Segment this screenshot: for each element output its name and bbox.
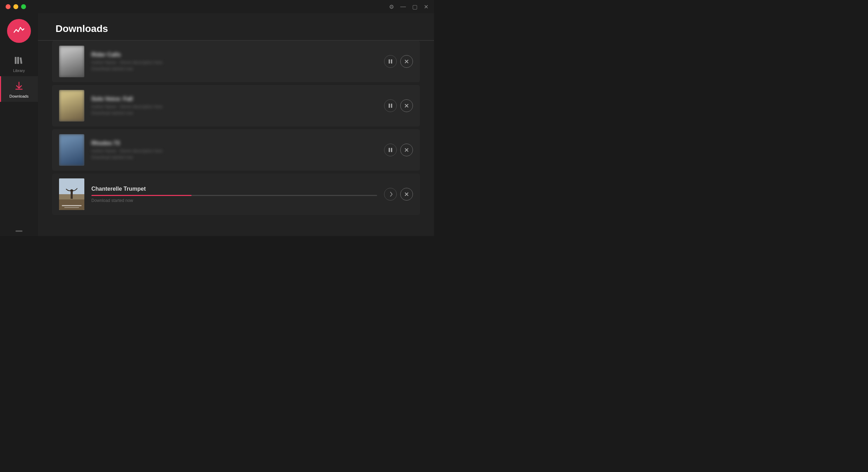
download-progress-bar [91,195,377,196]
window-controls: ⚙ — ▢ ✕ [389,4,428,10]
download-item-active: Chanterelle Trumpet Download started now [52,173,420,215]
cancel-button[interactable] [400,144,413,156]
sidebar-item-downloads-label: Downloads [9,94,28,98]
download-status: Download started now [91,155,377,160]
sidebar-nav: Library Downloads [0,51,38,102]
close-button[interactable] [6,4,11,9]
minimize-icon[interactable]: — [400,4,406,10]
svg-rect-11 [59,198,84,210]
download-meta: Author Name · Genre description here [91,60,377,65]
svg-rect-6 [391,104,393,108]
svg-rect-14 [71,192,73,199]
download-title: Solo Voice: Fall [91,96,377,102]
svg-rect-0 [15,57,17,64]
book-cover-image [59,90,84,122]
close-icon[interactable]: ✕ [424,4,428,10]
book-cover-image [59,178,84,210]
svg-rect-8 [391,148,393,152]
download-progress-fill [91,195,192,196]
book-cover-image [59,46,84,77]
sidebar-item-library[interactable]: Library [0,51,38,76]
svg-rect-17 [64,207,79,208]
svg-rect-7 [389,148,390,152]
download-info: Rhodes 73 Author Name · Genre descriptio… [91,140,377,160]
download-actions [384,188,413,201]
download-info: Chanterelle Trumpet Download started now [91,186,377,203]
download-item: Rider Calls Author Name · Genre descript… [52,41,420,82]
downloads-list[interactable]: Rider Calls Author Name · Genre descript… [38,41,434,236]
download-status: Download started now [91,111,377,116]
download-info: Rider Calls Author Name · Genre descript… [91,52,377,71]
download-item: Rhodes 73 Author Name · Genre descriptio… [52,129,420,171]
pause-button[interactable] [384,144,397,156]
pause-button[interactable] [384,55,397,68]
pause-button[interactable] [384,188,397,201]
maximize-icon[interactable]: ▢ [412,4,417,10]
cancel-button[interactable] [400,188,413,201]
download-item: Solo Voice: Fall Author Name · Genre des… [52,85,420,126]
main-header: Downloads [38,13,434,40]
download-title: Rhodes 73 [91,140,377,146]
book-cover [59,46,84,77]
sidebar-item-library-label: Library [13,68,25,73]
download-title: Chanterelle Trumpet [91,186,377,192]
download-meta: Author Name · Genre description here [91,104,377,109]
pause-button[interactable] [384,99,397,112]
download-title: Rider Calls [91,52,377,58]
logo-icon [13,25,25,37]
download-meta: Author Name · Genre description here [91,149,377,153]
svg-rect-3 [389,59,390,64]
downloads-icon [14,81,24,92]
download-status: Download started now [91,66,377,71]
svg-rect-4 [391,59,393,64]
title-bar: ⚙ — ▢ ✕ [0,0,434,13]
app-logo [7,19,31,43]
svg-rect-1 [17,57,19,64]
download-actions [384,55,413,68]
sidebar-item-downloads[interactable]: Downloads [0,76,38,102]
scroll-indicator [15,230,22,232]
svg-rect-5 [389,104,390,108]
svg-rect-2 [20,57,22,64]
settings-icon[interactable]: ⚙ [389,4,394,10]
main-content: Downloads Rider Calls Author Name · Genr… [38,13,434,236]
book-cover-image [59,134,84,166]
book-cover [59,178,84,210]
traffic-lights [6,4,26,9]
book-cover [59,90,84,122]
download-actions [384,99,413,112]
app-body: Library Downloads Downloads [0,13,434,236]
maximize-button[interactable] [21,4,26,9]
book-cover [59,134,84,166]
library-icon [14,56,24,67]
download-status: Download started now [91,198,377,203]
cancel-button[interactable] [400,55,413,68]
page-title: Downloads [56,23,416,34]
cancel-button[interactable] [400,99,413,112]
download-info: Solo Voice: Fall Author Name · Genre des… [91,96,377,116]
svg-rect-16 [62,205,82,206]
minimize-button[interactable] [13,4,18,9]
download-actions [384,144,413,156]
sidebar: Library Downloads [0,13,38,236]
